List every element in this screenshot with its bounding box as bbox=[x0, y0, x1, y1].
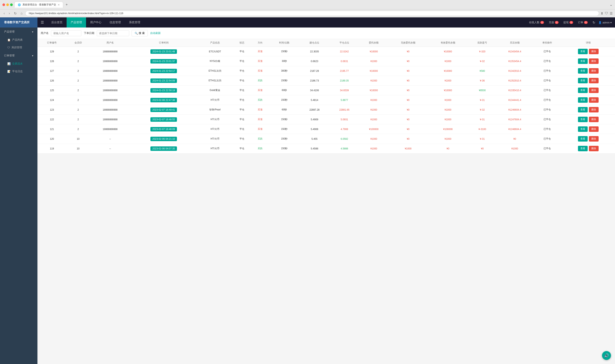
cell-entrust: ¥10000 bbox=[359, 66, 388, 76]
view-order-btn[interactable]: 查看 bbox=[578, 68, 588, 74]
sidebar-section-products-label: 产品管理 bbox=[4, 30, 14, 34]
sidebar-section-products[interactable]: 产品管理 ▾ bbox=[0, 27, 38, 36]
cell-actions: 查看 删除 bbox=[561, 134, 615, 144]
cell-member-id: 2 bbox=[66, 66, 90, 76]
main-layout: 产品管理 ▾ 📋 产品列表 🛡 风控管理 订单管理 ▾ 📊 交易流水 📝 平 bbox=[0, 27, 615, 364]
back-btn[interactable]: ‹ bbox=[2, 11, 6, 15]
nav-toggle-btn[interactable]: ☰ bbox=[38, 20, 47, 25]
cell-member-id: 2 bbox=[66, 95, 90, 105]
share-icon[interactable]: ⬆ bbox=[601, 12, 603, 15]
product-list-icon: 📋 bbox=[7, 39, 11, 41]
delete-order-btn[interactable]: 删除 bbox=[589, 97, 599, 103]
cell-invalid-entrust: ¥0 bbox=[388, 115, 428, 124]
minimize-window-btn[interactable] bbox=[6, 3, 9, 6]
tab-favicon: 🌐 bbox=[18, 3, 21, 6]
cell-order-time: 2024-01-23 23:01:37 bbox=[130, 56, 197, 66]
cell-status: 平仓 bbox=[233, 124, 251, 134]
cell-member-id: 2 bbox=[66, 124, 90, 134]
tab-close-btn[interactable]: ✕ bbox=[58, 3, 60, 6]
delete-order-btn[interactable]: 删除 bbox=[589, 117, 599, 122]
view-order-btn[interactable]: 查看 bbox=[578, 107, 588, 112]
delete-order-btn[interactable]: 删除 bbox=[589, 68, 599, 74]
delete-order-btn[interactable]: 删除 bbox=[589, 107, 599, 112]
top-nav: 香港数字资产交易所 ☰ 后台首页 产品管理 用户中心 信息管理 系统管理 在线人… bbox=[0, 17, 615, 27]
cell-direction: 买涨 bbox=[251, 105, 269, 115]
recharge-badge[interactable]: 充值 0 bbox=[547, 21, 560, 24]
cell-member-id: 2 bbox=[66, 105, 90, 115]
cell-entrust: ¥100000 bbox=[359, 124, 388, 134]
cell-profit: ¥-320 bbox=[468, 47, 497, 56]
cell-status: 平仓 bbox=[233, 86, 251, 95]
auto-refresh-btn[interactable]: 自动刷新 bbox=[150, 31, 161, 35]
cell-entrust: ¥1000 bbox=[359, 105, 388, 115]
view-order-btn[interactable]: 查看 bbox=[578, 117, 588, 122]
cell-valid-entrust: ¥1000 bbox=[428, 115, 468, 124]
home-btn[interactable]: ⌂ bbox=[19, 11, 24, 15]
th-close-price: 平仓点位 bbox=[329, 39, 359, 47]
delete-order-btn[interactable]: 删除 bbox=[589, 146, 599, 151]
cell-balance-after: ¥0 bbox=[497, 134, 533, 144]
user-filter-input[interactable] bbox=[51, 30, 81, 36]
cell-profit: ¥-31 bbox=[468, 134, 497, 144]
th-member-id: 会员ID bbox=[66, 39, 90, 47]
cell-time-points: 60秒 bbox=[269, 105, 300, 115]
view-order-btn[interactable]: 查看 bbox=[578, 49, 588, 54]
search-btn[interactable]: 🔍 搜 索 bbox=[132, 30, 148, 36]
nav-item-system[interactable]: 系统管理 bbox=[125, 17, 144, 27]
cell-balance-after: ¥1352910.4 bbox=[497, 76, 533, 86]
date-filter-input[interactable] bbox=[97, 30, 129, 36]
sidebar-item-product-list[interactable]: 📋 产品列表 bbox=[0, 36, 38, 44]
float-action-btn[interactable]: 🔊 bbox=[602, 351, 611, 360]
cell-direction: 买涨 bbox=[251, 47, 269, 56]
cell-direction: 买涨 bbox=[251, 56, 269, 66]
cell-actions: 查看 删除 bbox=[561, 86, 615, 95]
view-order-btn[interactable]: 查看 bbox=[578, 126, 588, 132]
cell-actions: 查看 删除 bbox=[561, 124, 615, 134]
maximize-window-btn[interactable] bbox=[10, 3, 13, 6]
reload-btn[interactable]: ↻ bbox=[13, 11, 18, 16]
sidebar-section-orders[interactable]: 订单管理 ▾ bbox=[0, 51, 38, 60]
delete-order-btn[interactable]: 删除 bbox=[589, 58, 599, 64]
delete-order-btn[interactable]: 删除 bbox=[589, 136, 599, 142]
tab-bar: 🌐 系统管理后台 · 香港数字资产交 ✕ + bbox=[14, 2, 608, 8]
view-order-btn[interactable]: 查看 bbox=[578, 146, 588, 151]
cell-balance-after: ¥1353454.4 bbox=[497, 56, 533, 66]
sidebar-item-close-log[interactable]: 📝 平仓日志 bbox=[0, 67, 38, 75]
cell-order-id: 124 bbox=[38, 95, 66, 105]
withdraw-badge[interactable]: 提现 0 bbox=[562, 21, 575, 24]
cell-profit: ¥-32 bbox=[468, 105, 497, 115]
table-row: 119 10 -- 2023-02-06 04:07:35 HT/火币 平仓 买… bbox=[38, 144, 615, 154]
delete-order-btn[interactable]: 删除 bbox=[589, 88, 599, 93]
address-input[interactable] bbox=[25, 11, 599, 16]
window-controls bbox=[2, 3, 13, 6]
view-order-btn[interactable]: 查看 bbox=[578, 58, 588, 64]
delete-order-btn[interactable]: 删除 bbox=[589, 49, 599, 54]
toolbar-right: ⬆ 🛡 ☰ bbox=[601, 12, 613, 15]
shield-icon[interactable]: 🛡 bbox=[605, 12, 608, 15]
browser-menu-chevron[interactable]: ⌄ bbox=[610, 2, 613, 7]
delete-order-btn[interactable]: 删除 bbox=[589, 78, 599, 83]
orders-badge[interactable]: 订单 0 bbox=[576, 21, 589, 24]
view-order-btn[interactable]: 查看 bbox=[578, 136, 588, 142]
nav-item-dashboard[interactable]: 后台首页 bbox=[47, 17, 67, 27]
new-tab-btn[interactable]: + bbox=[64, 3, 69, 7]
menu-icon[interactable]: ☰ bbox=[610, 12, 613, 15]
nav-item-users[interactable]: 用户中心 bbox=[86, 17, 106, 27]
sidebar-item-trade-flow[interactable]: 📊 交易流水 bbox=[0, 60, 38, 67]
sidebar-item-risk-control[interactable]: 🛡 风控管理 bbox=[0, 44, 38, 51]
top-refresh-btn[interactable]: ↻ bbox=[591, 21, 597, 25]
forward-btn[interactable]: › bbox=[8, 11, 11, 15]
online-users-badge[interactable]: 在线人数 0 bbox=[527, 21, 546, 24]
active-tab[interactable]: 🌐 系统管理后台 · 香港数字资产交 ✕ bbox=[14, 2, 63, 8]
cell-open-price: 5.4908 bbox=[300, 124, 329, 134]
admin-user-btn[interactable]: 👤 admin ▾ bbox=[598, 21, 612, 24]
view-order-btn[interactable]: 查看 bbox=[578, 78, 588, 83]
nav-item-products[interactable]: 产品管理 bbox=[67, 17, 86, 27]
nav-item-info[interactable]: 信息管理 bbox=[106, 17, 125, 27]
close-window-btn[interactable] bbox=[2, 3, 5, 6]
date-filter-label: 下单日期 bbox=[84, 31, 94, 35]
delete-order-btn[interactable]: 删除 bbox=[589, 126, 599, 132]
view-order-btn[interactable]: 查看 bbox=[578, 88, 588, 93]
cell-actions: 查看 删除 bbox=[561, 95, 615, 105]
view-order-btn[interactable]: 查看 bbox=[578, 97, 588, 103]
